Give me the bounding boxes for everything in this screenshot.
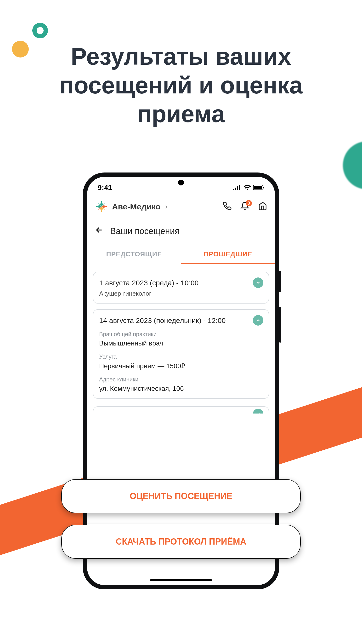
address-label: Адрес клиники	[99, 376, 263, 383]
phone-side-button	[279, 271, 281, 292]
wifi-icon	[244, 185, 251, 190]
notification-badge: 3	[246, 200, 252, 206]
home-button[interactable]	[258, 202, 267, 212]
page-title: Ваши посещения	[110, 226, 179, 236]
service-label: Услуга	[99, 354, 263, 360]
visits-list: 1 августа 2023 (среда) - 10:00 Акушер-ги…	[87, 264, 275, 406]
tabs: ПРЕДСТОЯЩИЕ ПРОШЕДШИЕ	[87, 240, 275, 264]
home-icon	[258, 202, 267, 210]
status-icons	[233, 185, 264, 190]
chevron-up-icon	[256, 318, 261, 323]
app-header: Аве-Медико › 3	[87, 194, 275, 219]
phone-button[interactable]	[223, 202, 232, 212]
phone-camera-notch	[178, 180, 184, 186]
phone-side-button	[279, 307, 281, 342]
visit-card-expanded[interactable]: 14 августа 2023 (понедельник) - 12:00 Вр…	[93, 309, 269, 399]
home-indicator	[150, 579, 212, 581]
phone-screen: 9:41 Аве-Медико	[87, 177, 275, 585]
rate-visit-button[interactable]: ОЦЕНИТЬ ПОСЕЩЕНИЕ	[61, 479, 301, 513]
brand-logo-icon	[95, 200, 108, 213]
visit-datetime: 14 августа 2023 (понедельник) - 12:00	[99, 316, 263, 325]
decorative-blob	[336, 135, 362, 196]
decorative-ring	[32, 23, 48, 38]
download-protocol-button[interactable]: СКАЧАТЬ ПРОТОКОЛ ПРИЁМА	[61, 525, 301, 559]
doctor-role-label: Врач общей практики	[99, 331, 263, 338]
expand-button[interactable]	[253, 409, 263, 414]
chevron-down-icon	[256, 411, 261, 414]
collapse-button[interactable]	[253, 315, 263, 326]
status-time: 9:41	[98, 184, 112, 192]
svg-rect-1	[254, 186, 262, 190]
chevron-down-icon	[256, 280, 261, 285]
expand-button[interactable]	[253, 278, 263, 288]
battery-icon	[253, 185, 264, 190]
back-button[interactable]	[95, 226, 103, 236]
brand-name[interactable]: Аве-Медико	[112, 202, 160, 211]
visit-specialty: Акушер-гинеколог	[99, 290, 263, 297]
signal-icon	[233, 185, 241, 190]
tab-past[interactable]: ПРОШЕДШИЕ	[181, 246, 275, 264]
phone-icon	[223, 202, 232, 210]
visit-datetime: 1 августа 2023 (среда) - 10:00	[99, 279, 263, 287]
page-nav: Ваши посещения	[87, 219, 275, 240]
notifications-button[interactable]: 3	[240, 202, 250, 212]
svg-rect-2	[263, 187, 264, 188]
tab-upcoming[interactable]: ПРЕДСТОЯЩИЕ	[87, 246, 181, 264]
status-bar: 9:41	[87, 177, 275, 194]
visit-card-collapsed[interactable]: 1 августа 2023 (среда) - 10:00 Акушер-ги…	[93, 272, 269, 304]
doctor-name: Вымышленный врач	[99, 340, 263, 347]
arrow-left-icon	[95, 226, 103, 234]
service-value: Первичный прием — 1500₽	[99, 362, 263, 370]
chevron-right-icon[interactable]: ›	[165, 202, 168, 210]
address-value: ул. Коммунистическая, 106	[99, 385, 263, 392]
visit-card-peek[interactable]	[93, 406, 269, 414]
hero-title: Результаты ваших посещений и оценка прие…	[0, 42, 362, 128]
